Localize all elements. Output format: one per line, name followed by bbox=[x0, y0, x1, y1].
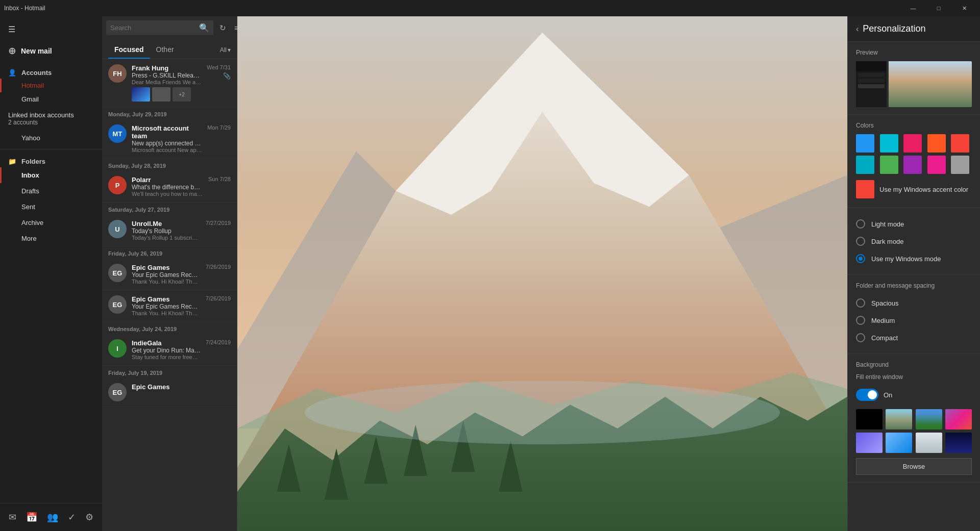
email-sender: Epic Games bbox=[132, 383, 231, 391]
list-item[interactable]: EG Epic Games Your Epic Games Receipt A1… bbox=[102, 290, 237, 322]
new-mail-plus-icon: ⊕ bbox=[8, 45, 16, 57]
sidebar-item-hotmail[interactable]: Hotmail bbox=[0, 79, 102, 92]
settings-icon[interactable]: ⚙ bbox=[82, 509, 96, 526]
email-subject: New app(s) connected to your bbox=[132, 140, 202, 147]
sidebar-item-gmail[interactable]: Gmail bbox=[0, 92, 102, 106]
compact-label: Compact bbox=[871, 334, 898, 342]
tab-focused[interactable]: Focused bbox=[108, 41, 150, 59]
mode-section: Light mode Dark mode Use my Windows mode bbox=[848, 208, 980, 275]
email-subject: Your Epic Games Receipt A19C bbox=[132, 303, 201, 310]
refresh-button[interactable]: ↻ bbox=[217, 21, 228, 35]
bg-thumb-snow[interactable] bbox=[916, 433, 942, 453]
accounts-icon: 👤 bbox=[8, 69, 16, 77]
browse-button[interactable]: Browse bbox=[856, 458, 972, 475]
dark-mode-radio[interactable] bbox=[856, 237, 865, 246]
email-preview: Dear Media Friends We are gla bbox=[132, 79, 202, 85]
date-separator: Wednesday, July 24, 2019 bbox=[102, 322, 237, 334]
email-preview: Stay tuned for more freebies, bbox=[132, 354, 201, 360]
medium-option[interactable]: Medium bbox=[856, 312, 972, 329]
windows-mode-radio[interactable] bbox=[856, 254, 865, 263]
avatar: EG bbox=[108, 264, 127, 282]
spacing-label: Folder and message spacing bbox=[856, 282, 972, 289]
search-input[interactable] bbox=[110, 24, 196, 32]
chevron-down-icon: ▾ bbox=[228, 46, 231, 54]
color-swatch-gray[interactable] bbox=[951, 156, 969, 174]
check-icon[interactable]: ✓ bbox=[65, 509, 79, 526]
list-item[interactable]: EG Epic Games Your Epic Games Receipt A1… bbox=[102, 259, 237, 290]
app-title: Inbox - Hotmail bbox=[4, 5, 45, 12]
list-item[interactable]: MT Microsoft account team New app(s) con… bbox=[102, 119, 237, 159]
color-swatch-cyan[interactable] bbox=[856, 156, 874, 174]
linked-inbox-sub: 2 accounts bbox=[8, 119, 94, 126]
tab-all[interactable]: All ▾ bbox=[220, 46, 231, 54]
personalization-panel: ‹ Personalization Preview Colors bbox=[847, 16, 980, 531]
hamburger-button[interactable]: ☰ bbox=[0, 20, 102, 38]
color-swatch-green[interactable] bbox=[880, 156, 898, 174]
compact-radio[interactable] bbox=[856, 333, 865, 342]
color-swatch-orange[interactable] bbox=[927, 134, 946, 153]
back-button[interactable]: ‹ bbox=[856, 24, 859, 34]
color-swatch-pink[interactable] bbox=[903, 134, 922, 153]
preview-section: Preview bbox=[848, 42, 980, 115]
folders-icon: 📁 bbox=[8, 158, 16, 165]
list-item[interactable]: U Unroll.Me Today's Rollup Today's Rollu… bbox=[102, 215, 237, 246]
background-thumbnails bbox=[856, 409, 972, 453]
list-item[interactable]: P Polarr What's the difference between W… bbox=[102, 171, 237, 203]
tab-other[interactable]: Other bbox=[150, 41, 180, 59]
search-box[interactable]: 🔍 bbox=[106, 20, 213, 35]
windows-mode-option[interactable]: Use my Windows mode bbox=[856, 250, 972, 267]
list-item[interactable]: I IndieGala Get your Dino Run: Marathon … bbox=[102, 334, 237, 366]
toggle-row: On bbox=[856, 386, 972, 404]
medium-radio[interactable] bbox=[856, 316, 865, 325]
bg-thumb-blue[interactable] bbox=[886, 433, 912, 453]
maximize-button[interactable]: □ bbox=[927, 0, 950, 16]
color-swatch-purple[interactable] bbox=[903, 156, 922, 174]
color-swatch-blue[interactable] bbox=[856, 134, 874, 153]
bg-thumb-mountain[interactable] bbox=[886, 409, 912, 429]
list-item[interactable]: FH Frank Hung Press - G.SKILL Releases O… bbox=[102, 59, 237, 107]
bg-thumb-tree[interactable] bbox=[916, 409, 942, 429]
light-mode-radio[interactable] bbox=[856, 219, 865, 229]
email-content: Polarr What's the difference between We'… bbox=[132, 176, 203, 197]
accent-swatch[interactable] bbox=[856, 180, 874, 198]
sidebar-item-more[interactable]: More bbox=[0, 231, 102, 246]
email-content: Epic Games bbox=[132, 383, 231, 391]
email-panel: 🔍 ↻ ≡ Focused Other All ▾ FH Frank Hung … bbox=[102, 16, 237, 531]
color-swatch-teal[interactable] bbox=[880, 134, 898, 153]
mail-icon[interactable]: ✉ bbox=[6, 509, 19, 526]
bg-thumb-abstract[interactable] bbox=[945, 409, 972, 429]
new-mail-button[interactable]: ⊕ New mail bbox=[0, 38, 102, 64]
close-button[interactable]: ✕ bbox=[952, 0, 976, 16]
sidebar-item-archive[interactable]: Archive bbox=[0, 215, 102, 231]
sidebar-item-drafts[interactable]: Drafts bbox=[0, 183, 102, 199]
calendar-icon[interactable]: 📅 bbox=[23, 509, 40, 526]
background-section: Background Fill entire window On Browse bbox=[848, 354, 980, 483]
email-sender: Microsoft account team bbox=[132, 124, 202, 140]
spacious-option[interactable]: Spacious bbox=[856, 294, 972, 312]
contacts-icon[interactable]: 👥 bbox=[44, 509, 61, 526]
color-swatch-red[interactable] bbox=[951, 134, 969, 153]
bg-thumb-purple[interactable] bbox=[856, 433, 883, 453]
email-date: 7/26/2019 bbox=[206, 264, 231, 270]
email-sender: Unroll.Me bbox=[132, 220, 201, 227]
minimize-button[interactable]: — bbox=[901, 0, 925, 16]
light-mode-label: Light mode bbox=[871, 220, 904, 228]
dark-mode-option[interactable]: Dark mode bbox=[856, 233, 972, 250]
list-item[interactable]: EG Epic Games bbox=[102, 378, 237, 407]
email-meta: 7/27/2019 bbox=[206, 220, 231, 226]
email-preview: Microsoft account New app(s) bbox=[132, 147, 202, 153]
color-swatch-magenta[interactable] bbox=[927, 156, 946, 174]
bg-thumb-night[interactable] bbox=[945, 433, 972, 453]
light-mode-option[interactable]: Light mode bbox=[856, 215, 972, 233]
linked-inbox-item[interactable]: Linked inbox accounts 2 accounts bbox=[0, 106, 102, 131]
email-content: Epic Games Your Epic Games Receipt A19C … bbox=[132, 295, 201, 316]
email-panel-header: 🔍 ↻ ≡ bbox=[102, 16, 237, 39]
compact-option[interactable]: Compact bbox=[856, 329, 972, 346]
sidebar-item-sent[interactable]: Sent bbox=[0, 199, 102, 215]
sidebar-item-inbox[interactable]: Inbox bbox=[0, 167, 102, 183]
bg-thumb-black[interactable] bbox=[856, 409, 883, 429]
sidebar-item-yahoo[interactable]: Yahoo bbox=[0, 131, 102, 145]
title-bar: Inbox - Hotmail — □ ✕ bbox=[0, 0, 980, 16]
fill-toggle[interactable] bbox=[856, 389, 878, 401]
spacious-radio[interactable] bbox=[856, 298, 865, 308]
